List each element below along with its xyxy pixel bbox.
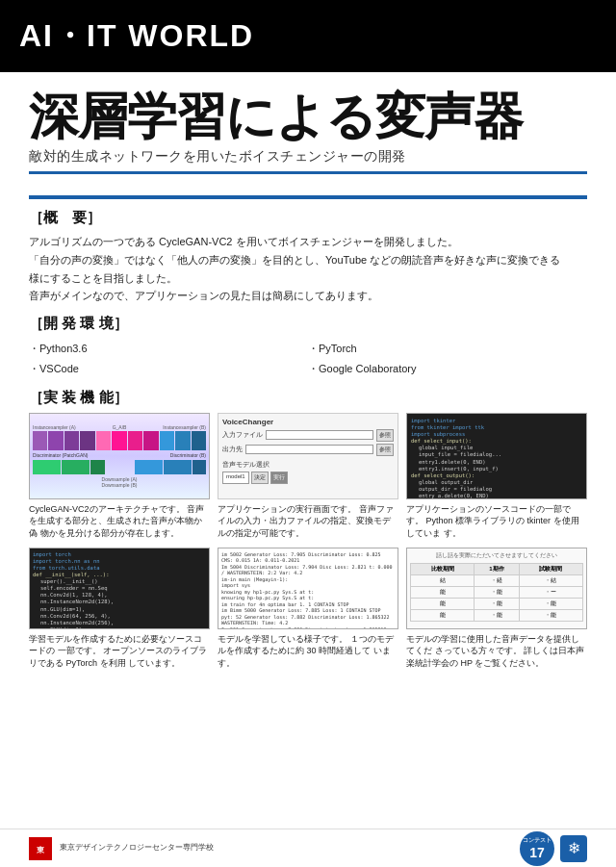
header-title: AI・IT WORLD bbox=[19, 15, 254, 58]
footer: 東 東京デザインテクノロジーセンター専門学校 コンテスト 17 ❄ bbox=[0, 829, 616, 867]
table-image: 話し話を実際にただいてさせますしてください 比較期間 1期作 試験期間 結 bbox=[406, 548, 587, 629]
hero-section: 深層学習による変声器 敵対的生成ネットワークを用いたボイスチェンジャーの開発 bbox=[29, 72, 587, 174]
features-section: ［実 装 機 能］ Instancesampler (A)G_A/BInstan… bbox=[29, 389, 587, 670]
log-caption: モデルを学習している様子です。 １つのモデルを作成するために約 30 時間経過し… bbox=[218, 633, 398, 670]
feature-item-log: im 5002 Generator Loss: 7.905 Discrimina… bbox=[218, 548, 398, 670]
environment-title: ［開 発 環 境］ bbox=[29, 315, 587, 333]
source2-image: import torch import torch.nn as nn from … bbox=[29, 548, 210, 629]
table-row: 結 ・経 ・結 bbox=[411, 574, 583, 586]
footer-left: 東 東京デザインテクノロジーセンター専門学校 bbox=[29, 837, 214, 860]
table-header-2: 試験期間 bbox=[519, 563, 582, 574]
app-browse-btn[interactable]: 参照 bbox=[376, 429, 394, 442]
page-number-badge: コンテスト 17 bbox=[520, 831, 554, 866]
table-caption: モデルの学習に使用した音声データを提供してくだ さっている方々です。 詳しくは日… bbox=[406, 633, 587, 670]
table-header-1: 1期作 bbox=[475, 563, 519, 574]
source2-caption: 学習モデルを作成するために必要なソースコードの 一部です。 オープンソースのライ… bbox=[29, 633, 210, 670]
footer-right: コンテスト 17 ❄ bbox=[520, 831, 587, 866]
table-row: 能 ・能 ・能 bbox=[411, 598, 583, 609]
snowflake-icon: ❄ bbox=[560, 835, 587, 862]
app-input-field[interactable] bbox=[266, 430, 373, 440]
model-select[interactable]: model1 bbox=[222, 472, 249, 484]
hero-subtitle: 敵対的生成ネットワークを用いたボイスチェンジャーの開発 bbox=[29, 148, 587, 166]
header: AI・IT WORLD bbox=[0, 0, 616, 72]
cyclegan-image: Instancesampler (A)G_A/BInstancesampler … bbox=[29, 413, 210, 499]
table-header-0: 比較期間 bbox=[411, 563, 475, 574]
blue-divider bbox=[29, 195, 587, 199]
env-left: ・Python3.6 ・VSCode bbox=[29, 339, 308, 379]
app-caption: アプリケーションの実行画面です。 音声ファイルの入力・出力ファイルの指定、変換モ… bbox=[218, 503, 398, 540]
feature-item-table: 話し話を実際にただいてさせますしてください 比較期間 1期作 試験期間 結 bbox=[406, 548, 587, 670]
features-title: ［実 装 機 能］ bbox=[29, 389, 587, 407]
feature-item-app: VoiceChanger 入力ファイル 参照 出力先 参照 bbox=[218, 413, 398, 540]
overview-title: ［概 要］ bbox=[29, 209, 587, 227]
code-image: import tkinter from tkinter import ttk i… bbox=[406, 413, 587, 499]
features-grid-row1: Instancesampler (A)G_A/BInstancesampler … bbox=[29, 413, 587, 540]
svg-text:東: 東 bbox=[37, 846, 45, 854]
code-caption: アプリケーションのソースコードの一部です。 Python 標準ライブラリの tk… bbox=[406, 503, 587, 540]
table-row: 能 ・能 ・能 bbox=[411, 609, 583, 621]
app-title: VoiceChanger bbox=[222, 418, 273, 426]
overview-body: アルゴリズムの一つである CycleGAN-VC2 を用いてボイスチェンジャーを… bbox=[29, 233, 587, 305]
feature-item-cyclegan: Instancesampler (A)G_A/BInstancesampler … bbox=[29, 413, 210, 540]
log-image: im 5002 Generator Loss: 7.905 Discrimina… bbox=[218, 548, 398, 629]
app-browse-btn2[interactable]: 参照 bbox=[376, 444, 394, 456]
app-output-field[interactable] bbox=[245, 445, 373, 454]
data-table: 比較期間 1期作 試験期間 結 ・経 ・結 bbox=[410, 563, 583, 622]
model-select-row: 音声モデル選択 model1 決定 実行 bbox=[222, 460, 394, 484]
environment-grid: ・Python3.6 ・VSCode ・PyTorch ・Google Cola… bbox=[29, 339, 587, 379]
determine-btn[interactable]: 決定 bbox=[251, 472, 269, 484]
overview-section: ［概 要］ アルゴリズムの一つである CycleGAN-VC2 を用いてボイスチ… bbox=[29, 209, 587, 305]
school-logo-icon: 東 bbox=[31, 839, 50, 858]
table-row: 能 ・能 ・ー bbox=[411, 586, 583, 598]
run-btn[interactable]: 実行 bbox=[270, 472, 288, 484]
environment-section: ［開 発 環 境］ ・Python3.6 ・VSCode ・PyTorch ・G… bbox=[29, 315, 587, 379]
app-image: VoiceChanger 入力ファイル 参照 出力先 参照 bbox=[218, 413, 398, 499]
hero-title: 深層学習による変声器 bbox=[29, 89, 587, 144]
school-name: 東京デザインテクノロジーセンター専門学校 bbox=[60, 843, 214, 853]
features-grid-row2: import torch import torch.nn as nn from … bbox=[29, 548, 587, 670]
app-mockup: 入力ファイル 参照 出力先 参照 音声モデル選択 model1 bbox=[222, 429, 394, 484]
feature-item-code: import tkinter from tkinter import ttk i… bbox=[406, 413, 587, 540]
main-content: 深層学習による変声器 敵対的生成ネットワークを用いたボイスチェンジャーの開発 ［… bbox=[0, 72, 616, 669]
cyclegan-caption: CycleGAN-VC2のアーキテクチャです。 音声を生成する部分と、生成された… bbox=[29, 503, 210, 540]
feature-item-source2: import torch import torch.nn as nn from … bbox=[29, 548, 210, 670]
env-right: ・PyTorch ・Google Colaboratory bbox=[308, 339, 587, 379]
school-logo: 東 bbox=[29, 837, 52, 860]
